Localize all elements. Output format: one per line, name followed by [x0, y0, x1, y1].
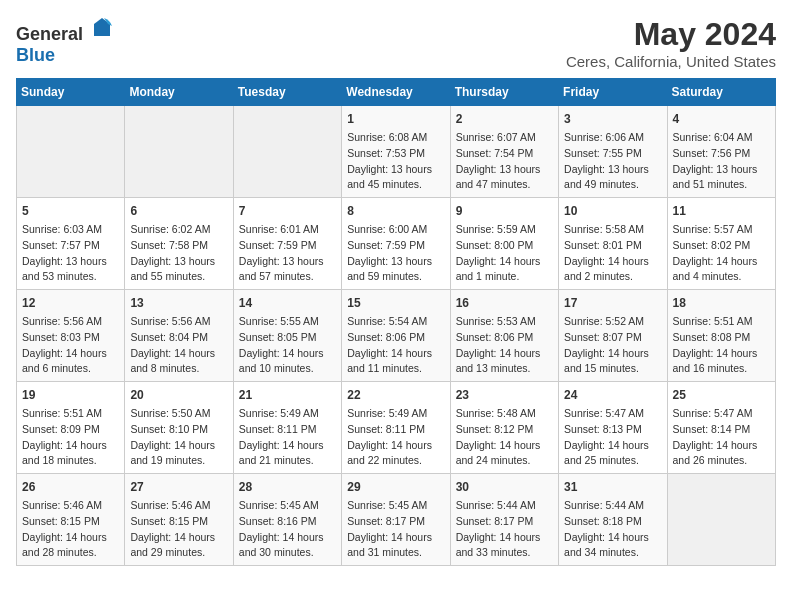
calendar-week-row: 19Sunrise: 5:51 AMSunset: 8:09 PMDayligh… — [17, 382, 776, 474]
calendar-cell: 6Sunrise: 6:02 AMSunset: 7:58 PMDaylight… — [125, 198, 233, 290]
day-content-line: Sunset: 7:57 PM — [22, 238, 119, 254]
calendar-cell: 18Sunrise: 5:51 AMSunset: 8:08 PMDayligh… — [667, 290, 775, 382]
calendar-cell: 5Sunrise: 6:03 AMSunset: 7:57 PMDaylight… — [17, 198, 125, 290]
day-content-line: Sunrise: 6:03 AM — [22, 222, 119, 238]
day-content-line: Sunrise: 5:49 AM — [347, 406, 444, 422]
day-content-line: Sunrise: 5:45 AM — [239, 498, 336, 514]
day-content-line: and 49 minutes. — [564, 177, 661, 193]
day-content-line: and 33 minutes. — [456, 545, 553, 561]
calendar-week-row: 5Sunrise: 6:03 AMSunset: 7:57 PMDaylight… — [17, 198, 776, 290]
day-number: 3 — [564, 110, 661, 128]
day-content-line: Sunrise: 6:08 AM — [347, 130, 444, 146]
day-content-line: Daylight: 14 hours — [130, 530, 227, 546]
day-content-line: Daylight: 13 hours — [347, 162, 444, 178]
day-content-line: Daylight: 13 hours — [239, 254, 336, 270]
day-content-line: and 11 minutes. — [347, 361, 444, 377]
day-number: 14 — [239, 294, 336, 312]
day-content-line: Daylight: 14 hours — [456, 438, 553, 454]
day-content-line: Sunrise: 5:50 AM — [130, 406, 227, 422]
day-content-line: Daylight: 13 hours — [22, 254, 119, 270]
day-number: 4 — [673, 110, 770, 128]
calendar-cell: 25Sunrise: 5:47 AMSunset: 8:14 PMDayligh… — [667, 382, 775, 474]
day-content-line: and 18 minutes. — [22, 453, 119, 469]
day-number: 11 — [673, 202, 770, 220]
day-content-line: and 15 minutes. — [564, 361, 661, 377]
calendar-cell: 7Sunrise: 6:01 AMSunset: 7:59 PMDaylight… — [233, 198, 341, 290]
day-content-line: Sunset: 8:11 PM — [347, 422, 444, 438]
day-content-line: Daylight: 13 hours — [673, 162, 770, 178]
day-content-line: Sunrise: 5:47 AM — [564, 406, 661, 422]
calendar-cell: 10Sunrise: 5:58 AMSunset: 8:01 PMDayligh… — [559, 198, 667, 290]
day-content-line: Sunset: 8:16 PM — [239, 514, 336, 530]
day-content-line: and 45 minutes. — [347, 177, 444, 193]
day-content-line: Sunrise: 5:57 AM — [673, 222, 770, 238]
day-content-line: Daylight: 14 hours — [239, 530, 336, 546]
calendar-cell — [233, 106, 341, 198]
day-content-line: Sunrise: 5:49 AM — [239, 406, 336, 422]
day-content-line: Sunset: 8:13 PM — [564, 422, 661, 438]
day-content-line: Sunrise: 5:44 AM — [564, 498, 661, 514]
day-content-line: Daylight: 14 hours — [564, 346, 661, 362]
day-content-line: Sunset: 8:03 PM — [22, 330, 119, 346]
day-content-line: Sunset: 8:08 PM — [673, 330, 770, 346]
day-content-line: Sunrise: 6:01 AM — [239, 222, 336, 238]
day-number: 16 — [456, 294, 553, 312]
day-header-saturday: Saturday — [667, 79, 775, 106]
day-content-line: Sunrise: 5:52 AM — [564, 314, 661, 330]
day-content-line: Daylight: 14 hours — [564, 530, 661, 546]
day-number: 10 — [564, 202, 661, 220]
day-content-line: Daylight: 14 hours — [347, 438, 444, 454]
day-content-line: Sunset: 7:54 PM — [456, 146, 553, 162]
calendar-week-row: 12Sunrise: 5:56 AMSunset: 8:03 PMDayligh… — [17, 290, 776, 382]
calendar-week-row: 26Sunrise: 5:46 AMSunset: 8:15 PMDayligh… — [17, 474, 776, 566]
day-content-line: Sunrise: 5:46 AM — [130, 498, 227, 514]
logo-text-blue: Blue — [16, 45, 55, 65]
calendar-cell: 8Sunrise: 6:00 AMSunset: 7:59 PMDaylight… — [342, 198, 450, 290]
calendar-cell: 3Sunrise: 6:06 AMSunset: 7:55 PMDaylight… — [559, 106, 667, 198]
day-content-line: Sunset: 7:55 PM — [564, 146, 661, 162]
day-content-line: Daylight: 14 hours — [673, 254, 770, 270]
day-content-line: Daylight: 14 hours — [564, 438, 661, 454]
calendar-cell: 13Sunrise: 5:56 AMSunset: 8:04 PMDayligh… — [125, 290, 233, 382]
day-content-line: Sunset: 7:56 PM — [673, 146, 770, 162]
calendar-cell: 20Sunrise: 5:50 AMSunset: 8:10 PMDayligh… — [125, 382, 233, 474]
calendar-week-row: 1Sunrise: 6:08 AMSunset: 7:53 PMDaylight… — [17, 106, 776, 198]
day-content-line: Sunrise: 5:47 AM — [673, 406, 770, 422]
day-content-line: Sunset: 8:17 PM — [347, 514, 444, 530]
day-content-line: Sunset: 8:11 PM — [239, 422, 336, 438]
day-number: 31 — [564, 478, 661, 496]
day-number: 29 — [347, 478, 444, 496]
title-block: May 2024 Ceres, California, United State… — [566, 16, 776, 70]
calendar-cell: 9Sunrise: 5:59 AMSunset: 8:00 PMDaylight… — [450, 198, 558, 290]
day-content-line: Daylight: 14 hours — [22, 346, 119, 362]
calendar-cell: 28Sunrise: 5:45 AMSunset: 8:16 PMDayligh… — [233, 474, 341, 566]
day-content-line: Sunset: 8:15 PM — [22, 514, 119, 530]
day-content-line: Daylight: 13 hours — [347, 254, 444, 270]
day-number: 12 — [22, 294, 119, 312]
day-number: 20 — [130, 386, 227, 404]
day-content-line: and 47 minutes. — [456, 177, 553, 193]
calendar-cell: 11Sunrise: 5:57 AMSunset: 8:02 PMDayligh… — [667, 198, 775, 290]
day-number: 28 — [239, 478, 336, 496]
day-content-line: Sunset: 8:07 PM — [564, 330, 661, 346]
day-number: 18 — [673, 294, 770, 312]
calendar-cell: 31Sunrise: 5:44 AMSunset: 8:18 PMDayligh… — [559, 474, 667, 566]
calendar-cell: 14Sunrise: 5:55 AMSunset: 8:05 PMDayligh… — [233, 290, 341, 382]
day-content-line: and 21 minutes. — [239, 453, 336, 469]
day-content-line: Sunset: 8:17 PM — [456, 514, 553, 530]
day-content-line: Sunset: 8:12 PM — [456, 422, 553, 438]
day-content-line: Sunset: 8:18 PM — [564, 514, 661, 530]
day-content-line: Sunrise: 6:07 AM — [456, 130, 553, 146]
day-content-line: Sunset: 7:53 PM — [347, 146, 444, 162]
day-number: 1 — [347, 110, 444, 128]
day-number: 25 — [673, 386, 770, 404]
day-content-line: Daylight: 13 hours — [564, 162, 661, 178]
day-content-line: Sunrise: 5:53 AM — [456, 314, 553, 330]
day-content-line: Daylight: 14 hours — [347, 346, 444, 362]
day-header-sunday: Sunday — [17, 79, 125, 106]
day-content-line: Sunrise: 5:51 AM — [22, 406, 119, 422]
day-content-line: and 19 minutes. — [130, 453, 227, 469]
day-content-line: Sunrise: 5:48 AM — [456, 406, 553, 422]
calendar-cell — [125, 106, 233, 198]
day-content-line: and 1 minute. — [456, 269, 553, 285]
